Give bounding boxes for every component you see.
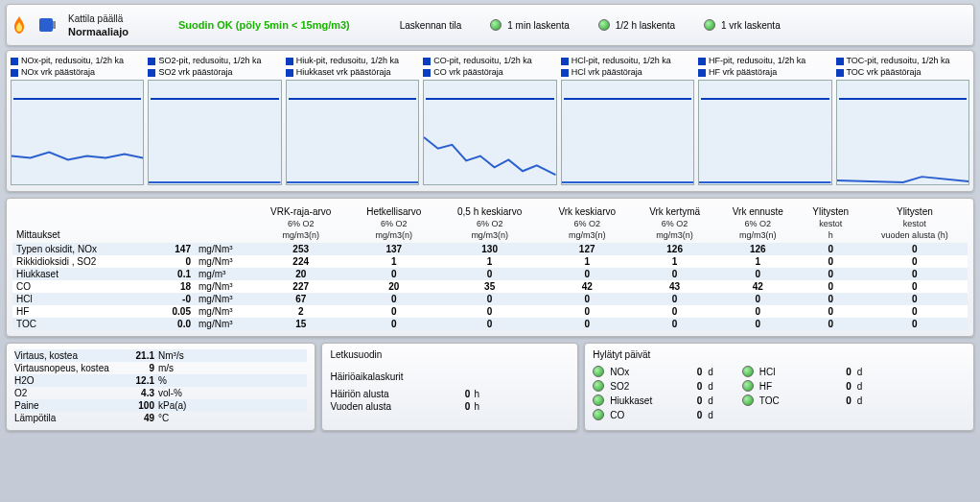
cell-value: 0 — [633, 268, 716, 280]
chart-area[interactable] — [423, 80, 556, 185]
table-row: Rikkidioksidi , SO20mg/Nm³2241111100 — [12, 255, 968, 268]
flow-unit: °C — [158, 413, 169, 423]
rejected-unit: d — [708, 410, 713, 420]
cell-value: 0 — [633, 318, 716, 330]
rejected-item: TOC0d — [742, 394, 863, 406]
rejected-unit: d — [708, 395, 713, 406]
rejected-name: Hiukkaset — [610, 395, 667, 406]
rejected-item: SO20d — [593, 380, 713, 392]
col-day-avg: Vrk keskiarvo6% O2mg/m3(n) — [541, 204, 633, 243]
cell-value: 0 — [862, 305, 968, 318]
trend-chart: TOC-pit, redusoitu, 1/2h kaTOC vrk pääst… — [836, 55, 969, 185]
flow-label: Lämpötila — [14, 413, 120, 423]
rejected-days-panel: Hylätyt päivät NOx0dSO20dHiukkaset0dCO0d… — [584, 343, 974, 431]
fault-since-unit: h — [474, 389, 479, 399]
rejected-unit: d — [708, 367, 713, 377]
flow-row: H2O12.1% — [14, 374, 307, 387]
trend-chart: HF-pit, redusoitu, 1/2h kaHF vrk päästör… — [698, 55, 831, 185]
chart-area[interactable] — [148, 80, 281, 185]
trend-chart: Hiuk-pit, redusoitu, 1/2h kaHiukkaset vr… — [286, 55, 419, 185]
chart-legend: NOx-pit, redusoitu, 1/2h kaNOx vrk pääst… — [11, 55, 144, 78]
cell-value: 0 — [349, 268, 438, 280]
rejected-name: SO2 — [610, 381, 667, 392]
flow-value: 4.3 — [120, 388, 158, 398]
flow-unit: m/s — [158, 363, 174, 373]
rejected-value: 0 — [823, 367, 852, 377]
filter-status-text: Suodin OK (pöly 5min < 15mg/m3) — [178, 19, 350, 31]
fault-since-label: Häiriön alusta — [330, 389, 435, 399]
cell-value: 224 — [252, 255, 349, 268]
trend-chart: NOx-pit, redusoitu, 1/2h kaNOx vrk pääst… — [11, 55, 144, 185]
param-name: CO — [12, 280, 137, 293]
meas-value: 0.0 — [137, 318, 195, 330]
status-dot-icon — [593, 409, 604, 420]
cell-value: 0 — [438, 268, 541, 280]
cell-value: 1 — [349, 255, 438, 268]
col-day-forecast: Vrk ennuste6% O2mg/m3(n) — [716, 204, 800, 243]
fault-timer-title: Häiriöaikalaskurit — [330, 371, 570, 382]
rejected-item: CO0d — [593, 409, 713, 420]
flow-value: 49 — [120, 413, 158, 423]
chart-area[interactable] — [561, 80, 694, 185]
rejected-item: Hiukkaset0d — [593, 394, 713, 406]
cell-value: 0 — [438, 293, 541, 305]
chart-area[interactable] — [836, 80, 969, 185]
cell-value: 130 — [438, 243, 541, 255]
calc-30min: 1/2 h laskenta — [598, 19, 675, 31]
flow-label: Paine — [14, 400, 120, 411]
cell-value: 0 — [438, 305, 541, 318]
cell-value: 0 — [541, 318, 633, 330]
cell-value: 127 — [541, 243, 633, 255]
param-name: Typen oksidit, NOx — [12, 243, 137, 255]
meas-value: 147 — [137, 243, 195, 255]
cell-value: 0 — [541, 305, 633, 318]
cell-value: 0 — [349, 318, 438, 330]
param-name: HF — [12, 305, 137, 318]
boiler-on-label: Kattila päällä — [68, 13, 128, 24]
bagfilter-panel: Letkusuodin Häiriöaikalaskurit Häiriön a… — [321, 343, 578, 431]
status-dot-icon — [704, 19, 715, 31]
fault-since-value: 0 — [435, 389, 474, 399]
cell-value: 0 — [716, 318, 800, 330]
param-name: Hiukkaset — [12, 268, 137, 280]
table-row: HCl-0mg/Nm³670000000 — [12, 293, 968, 305]
boiler-status: Kattila päällä Normaaliajo — [68, 13, 128, 37]
cell-value: 0 — [862, 243, 968, 255]
cell-value: 0 — [716, 293, 800, 305]
param-name: TOC — [12, 318, 137, 330]
rejected-value: 0 — [823, 381, 852, 392]
cell-value: 0 — [438, 318, 541, 330]
meas-value: 0.05 — [137, 305, 195, 318]
flame-icon — [12, 16, 26, 34]
cell-value: 0 — [862, 318, 968, 330]
meas-unit: mg/Nm³ — [195, 255, 252, 268]
rejected-item: HCl0d — [742, 366, 863, 377]
meas-unit: mg/Nm³ — [195, 243, 252, 255]
chart-area[interactable] — [698, 80, 831, 185]
calc-1day-label: 1 vrk laskenta — [721, 20, 781, 31]
flow-panel: Virtaus, kostea21.1Nm³/sVirtausnopeus, k… — [6, 343, 315, 431]
cell-value: 0 — [633, 293, 716, 305]
chart-legend: HF-pit, redusoitu, 1/2h kaHF vrk päästör… — [698, 55, 831, 78]
chart-legend: TOC-pit, redusoitu, 1/2h kaTOC vrk pääst… — [836, 55, 969, 78]
rejected-value: 0 — [673, 381, 702, 392]
chart-area[interactable] — [11, 80, 144, 185]
rejected-unit: d — [708, 381, 713, 392]
flow-unit: kPa(a) — [158, 400, 186, 411]
trend-chart: SO2-pit, redusoitu, 1/2h kaSO2 vrk pääst… — [148, 55, 281, 185]
rejected-title: Hylätyt päivät — [593, 349, 966, 360]
cell-value: 0 — [862, 280, 968, 293]
trend-charts-row: NOx-pit, redusoitu, 1/2h kaNOx vrk pääst… — [6, 50, 974, 192]
param-name: Rikkidioksidi , SO2 — [12, 255, 137, 268]
chart-area[interactable] — [286, 80, 419, 185]
flow-value: 9 — [120, 363, 158, 373]
cell-value: 0 — [716, 268, 800, 280]
meas-unit: mg/Nm³ — [195, 280, 252, 293]
cell-value: 0 — [862, 255, 968, 268]
rejected-name: CO — [610, 410, 667, 420]
cell-value: 2 — [252, 305, 349, 318]
table-row: HF0.05mg/Nm³20000000 — [12, 305, 968, 318]
rejected-item: NOx0d — [593, 366, 713, 377]
cell-value: 1 — [716, 255, 800, 268]
cell-value: 42 — [716, 280, 800, 293]
